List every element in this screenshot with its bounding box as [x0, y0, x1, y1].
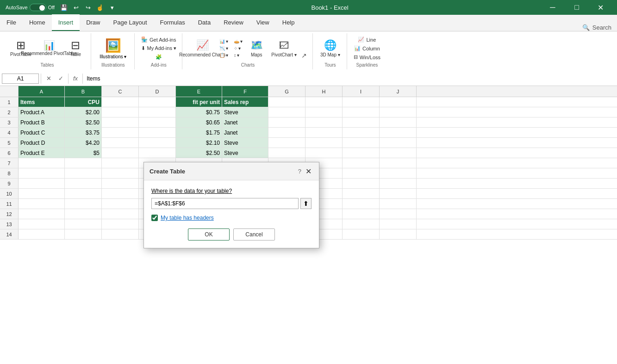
tab-home[interactable]: Home: [23, 14, 52, 31]
dialog-range-input[interactable]: [151, 198, 299, 209]
row-number[interactable]: 7: [0, 158, 19, 168]
pie-chart-btn[interactable]: 🥧▾: [232, 38, 244, 44]
recommended-pivottables-btn[interactable]: 📊 Recommended PivotTables: [35, 39, 63, 58]
col-header-i[interactable]: I: [343, 86, 380, 97]
cell[interactable]: [343, 97, 380, 107]
cell[interactable]: [102, 107, 139, 117]
confirm-formula-btn[interactable]: ✓: [55, 74, 66, 84]
dropdown-qa-btn[interactable]: ▾: [106, 2, 118, 13]
cell[interactable]: [268, 117, 305, 127]
corner-cell[interactable]: [0, 86, 19, 97]
cell[interactable]: [380, 138, 417, 148]
tab-page-layout[interactable]: Page Layout: [107, 14, 154, 31]
winloss-sparkline-btn[interactable]: ⊟ Win/Loss: [352, 53, 382, 61]
cell[interactable]: Steve: [222, 148, 268, 158]
maps-btn[interactable]: 🗺️ Maps: [246, 37, 267, 59]
scatter-chart-btn[interactable]: ⁘▾: [232, 45, 244, 51]
cell[interactable]: [380, 117, 417, 127]
dialog-cancel-btn[interactable]: Cancel: [233, 228, 275, 241]
cell[interactable]: Product D: [19, 138, 65, 148]
cell[interactable]: [380, 128, 417, 137]
cell[interactable]: [102, 168, 139, 178]
cell[interactable]: [268, 107, 305, 117]
col-header-f[interactable]: F: [222, 86, 268, 97]
close-btn[interactable]: ✕: [590, 0, 611, 15]
cell[interactable]: [305, 128, 343, 137]
row-number[interactable]: 3: [0, 117, 19, 127]
cell[interactable]: [268, 97, 305, 107]
cell[interactable]: [380, 229, 417, 239]
cell[interactable]: Janet: [222, 128, 268, 137]
tab-draw[interactable]: Draw: [80, 14, 106, 31]
cell[interactable]: [343, 107, 380, 117]
table-btn[interactable]: ⊟ Table: [64, 38, 87, 59]
redo-qa-btn[interactable]: ↪: [82, 2, 93, 13]
row-number[interactable]: 2: [0, 107, 19, 117]
tab-insert[interactable]: Insert: [52, 14, 80, 31]
cell[interactable]: [343, 128, 380, 137]
stat-chart-btn[interactable]: 📋▾: [218, 52, 230, 58]
cell[interactable]: [139, 148, 176, 158]
cell[interactable]: [343, 179, 380, 188]
col-header-e[interactable]: E: [176, 86, 222, 97]
cell[interactable]: [343, 158, 380, 168]
cell[interactable]: [268, 128, 305, 137]
illustrations-btn[interactable]: 🖼️ Illustrations ▾: [96, 36, 130, 61]
cell[interactable]: Product B: [19, 117, 65, 127]
cell[interactable]: [102, 219, 139, 229]
column-sparkline-btn[interactable]: 📊 Column: [352, 44, 382, 52]
cell[interactable]: [65, 189, 102, 198]
cell[interactable]: $0.65: [176, 117, 222, 127]
touch-qa-btn[interactable]: ☝: [94, 2, 106, 13]
save-qa-btn[interactable]: 💾: [58, 2, 69, 13]
cell[interactable]: $5: [65, 148, 102, 158]
charts-expand-btn[interactable]: ↗: [301, 52, 307, 59]
hierarchy-chart-btn[interactable]: 📉▾: [218, 45, 230, 51]
cell[interactable]: [102, 158, 139, 168]
col-header-h[interactable]: H: [305, 86, 343, 97]
tab-view[interactable]: View: [250, 14, 276, 31]
cell[interactable]: [268, 138, 305, 148]
cell[interactable]: [19, 179, 65, 188]
cell[interactable]: [380, 158, 417, 168]
cell[interactable]: Product A: [19, 107, 65, 117]
col-header-c[interactable]: C: [102, 86, 139, 97]
headers-checkbox-link[interactable]: My table has headers: [161, 215, 214, 221]
cell[interactable]: [139, 97, 176, 107]
cell[interactable]: [19, 168, 65, 178]
col-header-j[interactable]: J: [380, 86, 417, 97]
cell[interactable]: [343, 168, 380, 178]
row-number[interactable]: 8: [0, 168, 19, 178]
cell[interactable]: [65, 199, 102, 209]
cell[interactable]: [102, 189, 139, 198]
cell[interactable]: [343, 229, 380, 239]
cell[interactable]: Product E: [19, 148, 65, 158]
column-chart-btn[interactable]: 📊▾: [218, 38, 230, 44]
get-add-ins-btn[interactable]: 🏪 Get Add-ins: [139, 36, 178, 43]
col-header-b[interactable]: B: [65, 86, 102, 97]
row-number[interactable]: 14: [0, 229, 19, 239]
cell[interactable]: $2.50: [176, 148, 222, 158]
cell[interactable]: Sales rep: [222, 97, 268, 107]
cell[interactable]: [102, 148, 139, 158]
combo-chart-btn[interactable]: ↕▾: [232, 52, 244, 58]
line-sparkline-btn[interactable]: 📈 Line: [356, 36, 378, 43]
cell[interactable]: [65, 219, 102, 229]
search-label[interactable]: Search: [592, 24, 611, 31]
cell[interactable]: [380, 179, 417, 188]
cell[interactable]: fit per unit: [176, 97, 222, 107]
cell[interactable]: [19, 219, 65, 229]
row-number[interactable]: 1: [0, 97, 19, 107]
cell[interactable]: [65, 229, 102, 239]
cell[interactable]: [65, 158, 102, 168]
cell[interactable]: [305, 107, 343, 117]
cell[interactable]: [19, 158, 65, 168]
tab-file[interactable]: File: [0, 14, 23, 31]
cell[interactable]: [343, 189, 380, 198]
cell[interactable]: [139, 117, 176, 127]
cell[interactable]: [343, 117, 380, 127]
my-add-ins-btn[interactable]: ⬇ My Add-ins ▾: [139, 44, 178, 52]
cell[interactable]: [139, 107, 176, 117]
cell[interactable]: [65, 168, 102, 178]
cell[interactable]: [19, 229, 65, 239]
